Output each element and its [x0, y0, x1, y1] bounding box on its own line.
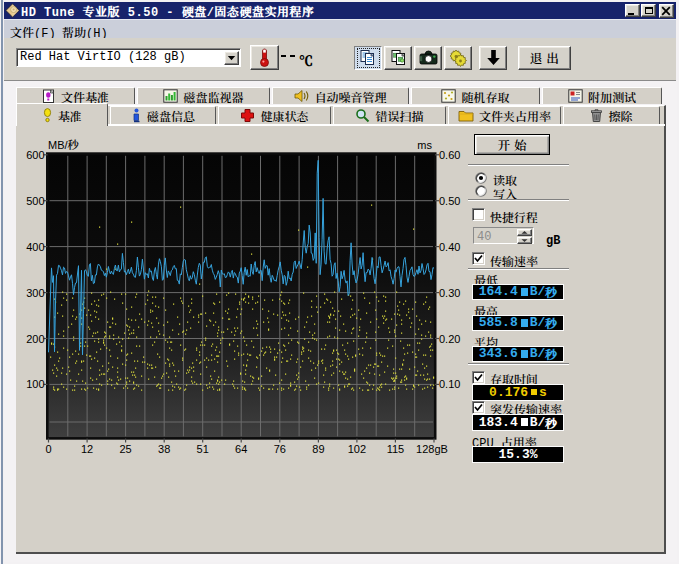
svg-text:128gB: 128gB: [416, 443, 448, 455]
svg-text:102: 102: [348, 443, 366, 455]
svg-text:0: 0: [45, 443, 51, 455]
svg-text:0.10: 0.10: [439, 378, 460, 390]
svg-text:ms: ms: [417, 139, 432, 151]
svg-text:100: 100: [26, 378, 44, 390]
svg-text:300: 300: [26, 287, 44, 299]
svg-text:MB/秒: MB/秒: [48, 136, 79, 152]
svg-text:600: 600: [26, 149, 44, 161]
svg-text:38: 38: [158, 443, 170, 455]
svg-text:115: 115: [387, 443, 405, 455]
svg-text:200: 200: [26, 333, 44, 345]
svg-text:0.20: 0.20: [439, 333, 460, 345]
svg-text:76: 76: [274, 443, 286, 455]
svg-text:400: 400: [26, 241, 44, 253]
svg-text:12: 12: [81, 443, 93, 455]
svg-text:0.50: 0.50: [439, 195, 460, 207]
svg-text:64: 64: [235, 443, 247, 455]
svg-text:89: 89: [312, 443, 324, 455]
svg-text:51: 51: [197, 443, 209, 455]
svg-text:0.30: 0.30: [439, 287, 460, 299]
svg-text:0.40: 0.40: [439, 241, 460, 253]
svg-text:25: 25: [119, 443, 131, 455]
svg-text:500: 500: [26, 195, 44, 207]
svg-text:0.60: 0.60: [439, 149, 460, 161]
